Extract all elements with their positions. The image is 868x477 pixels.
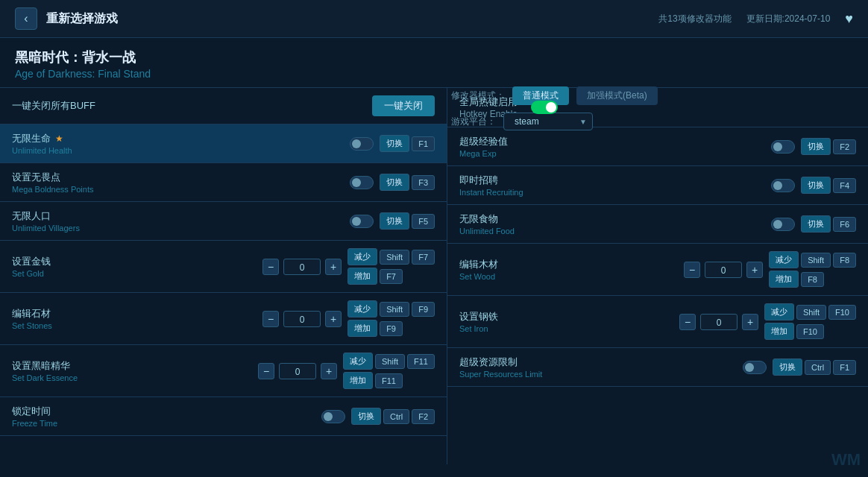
action-key[interactable]: 切换: [380, 174, 409, 191]
function-key[interactable]: F1: [833, 360, 856, 375]
feature-info: 设置金钱 Set Gold: [12, 255, 257, 278]
action-key[interactable]: 增加: [343, 372, 373, 389]
numeric-control: − 0 +: [262, 311, 342, 327]
action-key[interactable]: 增加: [769, 271, 799, 288]
numeric-value: 0: [705, 262, 742, 278]
toggle-switch[interactable]: [350, 215, 374, 228]
action-key[interactable]: 切换: [351, 408, 381, 425]
feature-row: 超级经验值 Mega Exp 切换 F2: [447, 127, 868, 166]
header-title: 重新选择游戏: [46, 11, 118, 27]
mod-key[interactable]: Ctrl: [383, 409, 409, 424]
function-key[interactable]: F7: [412, 250, 435, 265]
action-key[interactable]: 切换: [380, 135, 409, 152]
function-key[interactable]: F2: [412, 409, 435, 424]
feature-row: 无限食物 Unlimited Food 切换 F6: [447, 205, 868, 244]
feature-row: 即时招聘 Instant Recruiting 切换 F4: [447, 166, 868, 205]
mod-key[interactable]: Shift: [801, 253, 831, 268]
decrement-button[interactable]: −: [262, 311, 279, 327]
feature-name-en: Instant Recruiting: [459, 188, 771, 197]
function-key[interactable]: F8: [801, 272, 824, 287]
platform-select[interactable]: steam epic gog: [503, 113, 593, 130]
action-key[interactable]: 切换: [380, 212, 409, 230]
increase-keys: 增加 F7: [347, 268, 435, 285]
decrease-keys: 减少 Shift F7: [347, 248, 435, 265]
decrease-keys: 减少 Shift F11: [343, 353, 435, 370]
feature-name-cn: 超级经验值: [459, 135, 771, 148]
action-key[interactable]: 切换: [801, 215, 831, 233]
key-group: 切换 F1: [380, 135, 435, 152]
function-key[interactable]: F9: [412, 302, 435, 317]
feature-name-en: Set Gold: [12, 269, 257, 278]
action-key[interactable]: 增加: [764, 323, 794, 340]
increment-button[interactable]: +: [746, 262, 763, 278]
toggle-switch[interactable]: [771, 179, 795, 192]
feature-name-cn: 编辑木材: [459, 258, 678, 271]
decrement-button[interactable]: −: [258, 363, 274, 379]
mod-key[interactable]: Shift: [796, 305, 826, 320]
action-key[interactable]: 减少: [764, 303, 794, 320]
header-right: 共13项修改器功能 更新日期:2024-07-10 ♥: [658, 11, 853, 27]
increment-button[interactable]: +: [325, 259, 342, 275]
feature-row: 无限人口 Unlimited Villagers 切换 F5: [0, 202, 447, 241]
feature-row: 设置金钱 Set Gold − 0 + 减少 Shift F7 增加 F7: [0, 241, 447, 293]
back-button[interactable]: ‹: [15, 7, 37, 30]
action-key[interactable]: 减少: [347, 300, 377, 318]
decrement-button[interactable]: −: [262, 259, 279, 275]
toggle-switch[interactable]: [350, 176, 374, 189]
toggle-switch[interactable]: [350, 137, 374, 151]
feature-name-en: Unlimited Health: [12, 146, 350, 155]
increment-button[interactable]: +: [742, 314, 758, 330]
function-key[interactable]: F5: [412, 214, 435, 229]
decrement-button[interactable]: −: [684, 262, 700, 278]
action-key[interactable]: 切换: [773, 358, 802, 376]
toggle-switch[interactable]: [771, 140, 795, 154]
feature-info: 设置黑暗精华 Set Dark Essence: [12, 359, 252, 382]
toggle-switch[interactable]: [743, 361, 767, 374]
mod-key[interactable]: Ctrl: [805, 360, 831, 375]
increment-button[interactable]: +: [325, 311, 342, 327]
numeric-control: − 0 +: [258, 363, 337, 379]
action-key[interactable]: 切换: [801, 138, 831, 155]
hotkey-toggle[interactable]: [531, 101, 558, 114]
function-key[interactable]: F8: [833, 253, 856, 268]
feature-info: 设置钢铁 Set Iron: [459, 310, 673, 333]
action-key[interactable]: 减少: [343, 353, 373, 370]
decrement-button[interactable]: −: [679, 314, 696, 330]
decrease-keys: 减少 Shift F10: [764, 303, 856, 320]
function-key[interactable]: F10: [796, 324, 824, 339]
mod-key[interactable]: Shift: [375, 354, 405, 369]
function-key[interactable]: F9: [380, 321, 403, 336]
key-group: 切换 F4: [801, 177, 856, 194]
feature-row: 编辑石材 Set Stones − 0 + 减少 Shift F9 增加 F9: [0, 293, 447, 345]
increment-button[interactable]: +: [321, 363, 337, 379]
toggle-switch[interactable]: [771, 218, 795, 231]
toggle-switch[interactable]: [321, 410, 345, 423]
numeric-value: 0: [700, 314, 738, 330]
update-text: 更新日期:2024-07-10: [746, 13, 831, 25]
function-key[interactable]: F11: [375, 373, 403, 388]
left-panel: 一键关闭所有BUFF 一键关闭 无限生命 ★ Unlimited Health …: [0, 88, 447, 464]
mod-key[interactable]: Shift: [380, 302, 409, 317]
action-key[interactable]: 减少: [347, 248, 377, 265]
beta-mode-button[interactable]: 加强模式(Beta): [576, 86, 658, 105]
mod-key[interactable]: Shift: [380, 250, 409, 265]
feature-info: 无限食物 Unlimited Food: [459, 212, 771, 236]
action-key[interactable]: 增加: [347, 268, 377, 285]
function-key[interactable]: F2: [833, 139, 856, 154]
function-key[interactable]: F3: [412, 175, 435, 190]
function-key[interactable]: F6: [833, 217, 856, 232]
action-key[interactable]: 增加: [347, 320, 377, 337]
function-key[interactable]: F4: [833, 178, 856, 193]
one-key-button[interactable]: 一键关闭: [372, 95, 435, 116]
numeric-control: − 0 +: [262, 259, 342, 275]
function-key[interactable]: F7: [380, 269, 403, 284]
numeric-value: 0: [279, 363, 316, 379]
action-key[interactable]: 切换: [801, 177, 831, 194]
feature-name-en: Mega Boldness Points: [12, 185, 350, 194]
favorite-icon[interactable]: ♥: [845, 11, 853, 27]
function-key[interactable]: F10: [828, 305, 856, 320]
function-key[interactable]: F1: [412, 136, 435, 151]
function-key[interactable]: F11: [407, 354, 435, 369]
action-key[interactable]: 减少: [769, 251, 799, 268]
feature-info: 无限生命 ★ Unlimited Health: [12, 132, 350, 155]
